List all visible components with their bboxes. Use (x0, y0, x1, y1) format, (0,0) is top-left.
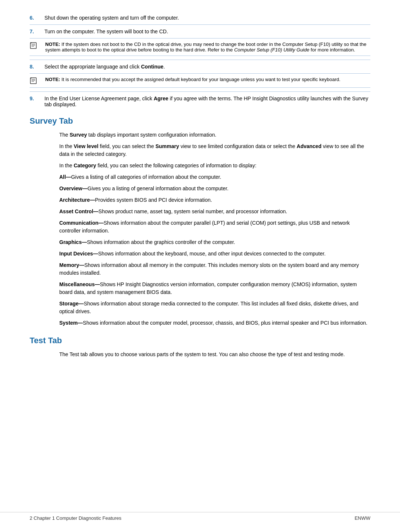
step-7: 7. Turn on the computer. The system will… (30, 29, 370, 34)
test-tab-para-1: The Test tab allows you to choose variou… (59, 351, 370, 358)
step-8-text: Select the appropriate language and clic… (44, 64, 370, 70)
survey-para-1: The Survey tab displays important system… (59, 131, 370, 139)
step-7-number: 7. (30, 29, 44, 34)
step-9-number: 9. (30, 96, 44, 101)
footer-right: ENWW (354, 515, 370, 521)
survey-tab-heading: Survey Tab (30, 116, 370, 126)
category-asset-control: Asset Control—Shows product name, asset … (59, 208, 370, 215)
footer-left: 2 Chapter 1 Computer Diagnostic Features (30, 515, 121, 521)
survey-para-3: In the Category field, you can select th… (59, 162, 370, 170)
category-all: All—Gives a listing of all categories of… (59, 173, 370, 181)
step-9-text: In the End User License Agreement page, … (44, 96, 370, 107)
note-1-label: NOTE: (45, 41, 60, 47)
category-input-devices: Input Devices—Shows information about th… (59, 250, 370, 258)
note-1-icon (30, 41, 43, 49)
survey-para-2: In the View level field, you can select … (59, 143, 370, 158)
category-overview: Overview—Gives you a listing of general … (59, 185, 370, 193)
note-2: NOTE: It is recommended that you accept … (30, 73, 370, 88)
step-6-number: 6. (30, 15, 44, 21)
divider-1 (30, 24, 370, 25)
note-2-icon (30, 77, 43, 84)
category-storage: Storage—Shows information about storage … (59, 300, 370, 315)
category-graphics: Graphics—Shows information about the gra… (59, 238, 370, 246)
note-2-body: It is recommended that you accept the as… (61, 77, 340, 82)
category-system: System—Shows information about the compu… (59, 319, 370, 327)
category-miscellaneous: Miscellaneous—Shows HP Insight Diagnosti… (59, 281, 370, 296)
note-2-text: NOTE: It is recommended that you accept … (45, 77, 370, 82)
divider-3 (30, 91, 370, 92)
category-architecture: Architecture—Provides system BIOS and PC… (59, 196, 370, 204)
test-tab-body: The Test tab allows you to choose variou… (30, 351, 370, 358)
page-content: 6. Shut down the operating system and tu… (0, 0, 400, 392)
page-footer: 2 Chapter 1 Computer Diagnostic Features… (0, 512, 400, 521)
category-memory: Memory—Shows information about all memor… (59, 261, 370, 277)
svg-rect-0 (30, 43, 36, 48)
step-9: 9. In the End User License Agreement pag… (30, 96, 370, 107)
note-1: NOTE: If the system does not boot to the… (30, 38, 370, 56)
step-6: 6. Shut down the operating system and tu… (30, 15, 370, 21)
step-6-text: Shut down the operating system and turn … (44, 15, 370, 21)
svg-rect-4 (30, 78, 36, 84)
step-8: 8. Select the appropriate language and c… (30, 64, 370, 70)
note-1-body: If the system does not boot to the CD in… (45, 41, 366, 53)
category-communication: Communication—Shows information about th… (59, 219, 370, 235)
divider-2 (30, 60, 370, 60)
step-7-text: Turn on the computer. The system will bo… (44, 29, 370, 34)
note-1-text: NOTE: If the system does not boot to the… (45, 41, 370, 53)
note-2-label: NOTE: (45, 77, 60, 82)
test-tab-heading: Test Tab (30, 336, 370, 345)
survey-tab-body: The Survey tab displays important system… (30, 131, 370, 327)
step-8-number: 8. (30, 64, 44, 70)
